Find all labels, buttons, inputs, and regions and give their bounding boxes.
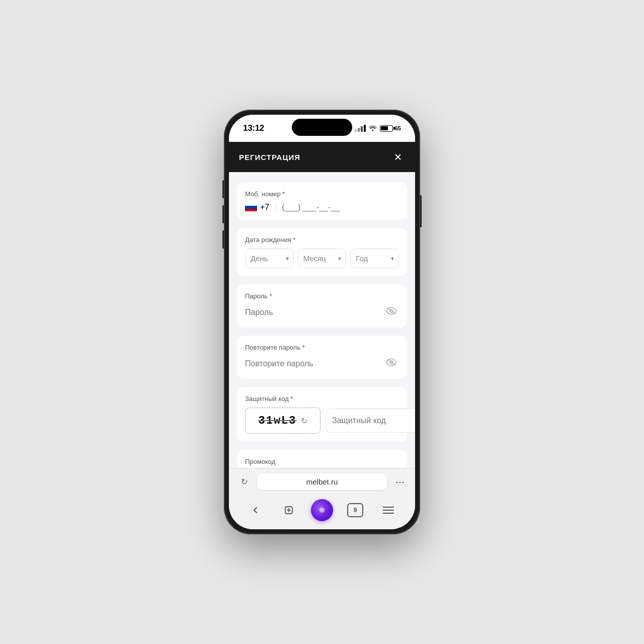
confirm-password-section: Повторите пароль * <box>237 336 407 379</box>
month-wrapper: Месяц ▾ <box>298 249 347 268</box>
confirm-password-row <box>245 356 399 371</box>
day-select[interactable]: День <box>245 249 294 268</box>
phone-label: Моб. номер * <box>245 190 399 198</box>
confirm-password-input[interactable] <box>245 359 384 368</box>
confirm-password-label: Повторите пароль * <box>245 344 399 351</box>
confirm-password-toggle-icon[interactable] <box>384 356 399 371</box>
bottom-nav: 9 <box>229 495 415 529</box>
day-wrapper: День ▾ <box>245 249 294 268</box>
month-select[interactable]: Месяц <box>298 249 347 268</box>
dynamic-island <box>292 119 352 136</box>
captcha-image: 31wL3 ↻ <box>245 408 320 434</box>
browser-bar: ↻ melbet.ru ⋯ <box>229 468 415 495</box>
svg-point-10 <box>319 508 325 513</box>
phone-section: Моб. номер * +7 <box>237 182 407 220</box>
modal-title: РЕГИСТРАЦИЯ <box>239 153 300 162</box>
captcha-refresh-icon[interactable]: ↻ <box>301 416 307 426</box>
year-select[interactable]: Год <box>350 249 399 268</box>
signal-icon <box>355 125 366 132</box>
promo-label: Промокод <box>245 458 399 465</box>
nav-back-button[interactable] <box>245 499 267 521</box>
country-code: +7 <box>260 203 269 212</box>
dob-section: Дата рождения * День ▾ Месяц ▾ <box>237 228 407 276</box>
dob-row: День ▾ Месяц ▾ Год <box>245 249 399 268</box>
captcha-label: Защитный код * <box>245 395 399 403</box>
password-input[interactable] <box>245 308 384 317</box>
phone-input[interactable] <box>276 203 399 212</box>
nav-menu-button[interactable] <box>377 499 399 521</box>
country-selector[interactable]: +7 <box>245 203 276 212</box>
battery-level: 65 <box>395 125 401 131</box>
password-label: Пароль * <box>245 292 399 300</box>
year-wrapper: Год ▾ <box>350 249 399 268</box>
promo-section: Промокод META5YEARS <box>237 450 407 468</box>
nav-tabs-button[interactable]: 9 <box>344 499 366 521</box>
status-time: 13:12 <box>243 123 264 133</box>
wifi-icon <box>369 124 377 132</box>
registration-form: Моб. номер * +7 <box>229 172 415 468</box>
password-row <box>245 305 399 319</box>
nav-add-button[interactable] <box>278 499 300 521</box>
phone-row: +7 <box>245 203 399 212</box>
siri-button[interactable] <box>311 499 333 521</box>
battery-container: 65 <box>380 125 401 132</box>
captcha-value: 31wL3 <box>258 415 296 427</box>
battery-icon <box>380 125 393 132</box>
password-section: Пароль * <box>237 284 407 328</box>
close-button[interactable] <box>391 150 405 164</box>
tabs-count: 9 <box>347 503 363 517</box>
status-icons: 65 <box>355 124 401 132</box>
browser-reload-button[interactable]: ↻ <box>236 474 252 490</box>
app-content: РЕГИСТРАЦИЯ Моб. номер * <box>229 142 415 529</box>
browser-more-button[interactable]: ⋯ <box>392 474 408 490</box>
browser-url-field[interactable]: melbet.ru <box>257 473 387 490</box>
russia-flag <box>245 203 257 211</box>
captcha-row: 31wL3 ↻ <box>245 408 399 434</box>
dob-label: Дата рождения * <box>245 236 399 244</box>
modal-header: РЕГИСТРАЦИЯ <box>229 142 415 172</box>
captcha-section: Защитный код * 31wL3 ↻ <box>237 387 407 442</box>
captcha-input[interactable] <box>326 409 415 433</box>
password-toggle-icon[interactable] <box>384 305 399 319</box>
